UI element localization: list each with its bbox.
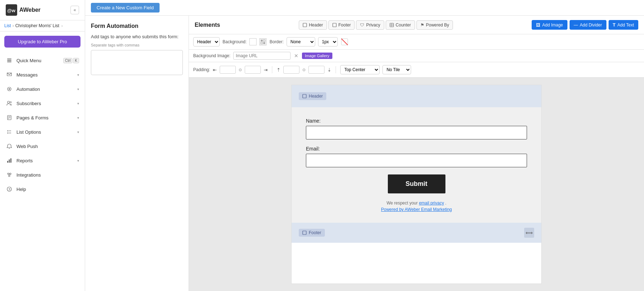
padding-bottom-input[interactable]: 20 — [308, 66, 325, 74]
header-tab-icon — [303, 23, 307, 28]
add-divider-label: Add Divider — [580, 23, 602, 28]
resize-handle[interactable]: ⟺ — [524, 228, 534, 238]
form-automation-panel: Form Automation Add tags to anyone who s… — [85, 16, 189, 291]
integrations-icon — [6, 171, 13, 178]
kbd-ctrl: Ctrl — [63, 58, 73, 63]
border-size-select[interactable]: 1px — [318, 37, 338, 46]
background-image-url-input[interactable] — [233, 52, 291, 60]
tab-header[interactable]: Header — [299, 20, 327, 30]
automation-chevron-icon: ▾ — [77, 87, 79, 91]
element-tabs: Header Footer 🛡 Privacy — [299, 20, 453, 30]
clear-image-button[interactable]: ✕ — [293, 53, 299, 59]
canvas-content: Name: Email: Submit We respect your — [292, 107, 541, 223]
sidebar-item-list-options[interactable]: List Options ▾ — [0, 125, 85, 139]
email-label: Email: — [306, 146, 527, 152]
breadcrumb-separator: › — [13, 23, 14, 28]
powered-by-link[interactable]: Powered by AWeber Email Marketing — [381, 207, 452, 212]
sidebar-item-pages-forms[interactable]: Pages & Forms ▾ — [0, 110, 85, 125]
submit-row: Submit — [306, 174, 527, 193]
svg-rect-35 — [263, 40, 265, 41]
tab-privacy[interactable]: 🛡 Privacy — [356, 20, 384, 30]
svg-rect-19 — [9, 159, 10, 163]
padding-left-input[interactable]: 20 — [220, 66, 236, 74]
svg-rect-36 — [261, 42, 263, 44]
image-gallery-button[interactable]: Image Gallery — [302, 53, 332, 59]
counter-tab-icon — [390, 23, 394, 28]
toolbar-row-2: Background Image: ✕ Image Gallery — [189, 50, 644, 62]
sidebar-item-reports[interactable]: Reports ▾ — [0, 153, 85, 168]
name-input[interactable] — [306, 126, 527, 139]
add-divider-button[interactable]: — Add Divider — [570, 20, 606, 30]
subscribers-icon — [6, 100, 13, 107]
reports-icon — [6, 157, 13, 164]
svg-line-26 — [10, 174, 10, 175]
form-automation-note: Separate tags with commas — [91, 43, 183, 47]
sidebar-label-pages-forms: Pages & Forms — [16, 115, 49, 120]
footer-block-icon — [302, 231, 307, 235]
background-label: Background: — [223, 39, 247, 44]
add-divider-icon: — — [574, 23, 578, 28]
canvas-footer-block[interactable]: Footer ⟺ — [292, 223, 541, 243]
svg-rect-30 — [333, 23, 336, 27]
background-grid-icon[interactable] — [259, 38, 267, 45]
svg-line-39 — [341, 39, 348, 45]
svg-text:?: ? — [9, 188, 11, 191]
tile-select[interactable]: No Tile — [382, 65, 411, 74]
name-label: Name: — [306, 118, 527, 124]
canvas-area: Header Name: Email: — [189, 78, 644, 291]
name-field: Name: — [306, 118, 527, 139]
tab-counter[interactable]: Counter — [386, 20, 415, 30]
background-color-picker[interactable] — [249, 38, 257, 45]
sidebar-item-quick-menu[interactable]: Quick Menu Ctrl K — [0, 53, 85, 68]
border-label: Border: — [269, 39, 283, 44]
create-custom-field-button[interactable]: Create a New Custom Field — [91, 3, 160, 13]
position-select[interactable]: Top Center — [340, 65, 380, 74]
padding-right-input[interactable]: 20 — [245, 66, 261, 74]
svg-text:@w: @w — [7, 8, 16, 13]
tab-footer[interactable]: Footer — [328, 20, 355, 30]
svg-rect-29 — [303, 23, 307, 27]
add-image-button[interactable]: 🖼 Add Image — [532, 20, 567, 30]
quick-menu-icon — [6, 57, 13, 64]
border-style-select[interactable]: None — [287, 37, 315, 46]
section-select[interactable]: Header — [193, 37, 220, 46]
reports-chevron-icon: ▾ — [77, 159, 79, 163]
svg-rect-2 — [7, 59, 11, 59]
list-options-icon — [6, 128, 13, 135]
pages-forms-icon — [6, 114, 13, 121]
diagonal-color-icon[interactable] — [341, 38, 348, 46]
add-text-button[interactable]: T Add Text — [609, 20, 638, 30]
breadcrumb-list[interactable]: List — [4, 23, 11, 28]
padding-left-icon: ⇤ — [213, 67, 217, 73]
tab-powered-by[interactable]: ⚑ Powered By — [416, 20, 453, 30]
tab-counter-label: Counter — [396, 23, 411, 28]
padding-label: Padding: — [193, 67, 210, 72]
breadcrumb-current: Christopher Morris' List — [15, 23, 59, 28]
sidebar-item-integrations[interactable]: Integrations — [0, 168, 85, 182]
kbd-k: K — [73, 58, 79, 63]
tab-footer-label: Footer — [338, 23, 351, 28]
sidebar-item-subscribers[interactable]: Subscribers ▾ — [0, 96, 85, 110]
padding-right-icon: ⇥ — [264, 67, 268, 73]
upgrade-button[interactable]: Upgrade to AWeber Pro — [4, 36, 80, 48]
email-input[interactable] — [306, 154, 527, 167]
messages-chevron-icon: ▾ — [77, 73, 79, 77]
submit-button[interactable]: Submit — [388, 174, 445, 193]
sidebar-item-automation[interactable]: Automation ▾ — [0, 82, 85, 96]
svg-point-21 — [8, 173, 9, 174]
panels: Form Automation Add tags to anyone who s… — [85, 16, 644, 291]
tags-textarea[interactable] — [91, 50, 183, 75]
canvas-header-text: Header — [309, 94, 323, 99]
collapse-sidebar-button[interactable]: « — [70, 6, 79, 14]
background-image-label: Background Image: — [193, 53, 230, 58]
email-privacy-link[interactable]: email privacy — [419, 201, 444, 206]
canvas-header-block[interactable]: Header — [292, 85, 541, 107]
sidebar-item-web-push[interactable]: Web Push — [0, 139, 85, 153]
tab-header-label: Header — [309, 23, 323, 28]
sidebar-item-help[interactable]: ? Help — [0, 182, 85, 196]
toolbar-row-1: Header Background: Border: None 1px — [189, 34, 644, 50]
padding-top-input[interactable]: 40 — [283, 66, 299, 74]
svg-rect-4 — [7, 61, 11, 62]
canvas-footer-text: Footer — [309, 230, 321, 235]
sidebar-item-messages[interactable]: Messages ▾ — [0, 68, 85, 82]
